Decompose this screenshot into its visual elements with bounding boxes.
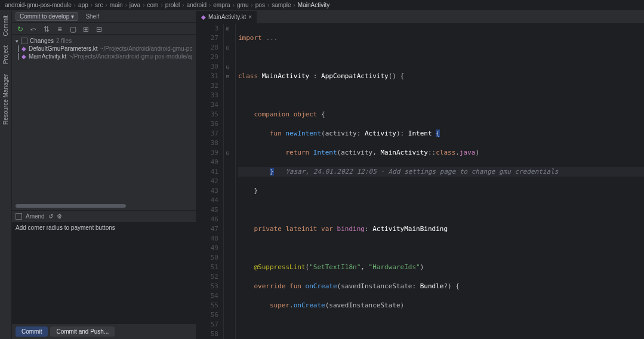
branch-select[interactable]: Commit to develop ▾ [16,12,78,21]
code-content[interactable]: import ... class MainActivity : AppCompa… [236,24,644,339]
checkbox-file[interactable] [18,53,19,60]
commit-message-input[interactable] [12,222,196,323]
rail-commit[interactable]: Commit [2,13,9,38]
kotlin-file-icon: ◆ [201,14,206,20]
amend-checkbox[interactable] [16,213,22,220]
gear-icon[interactable]: ⚙ [57,213,62,220]
file-path: ~/Projects/Android/android-gmu-pos-modul… [69,53,192,60]
crumb[interactable]: prolel [165,2,180,8]
rollback-icon[interactable]: ⤺ [29,24,38,34]
refresh-icon[interactable]: ↻ [16,24,25,34]
line-number-gutter: 3 27 28 29 30 31 32 33 34 35 36 37 38 39… [196,24,224,339]
commit-and-push-button[interactable]: Commit and Push... [50,326,115,337]
amend-label: Amend [26,213,45,220]
editor-tabs: ◆ MainActivity.kt × [196,11,644,24]
changes-tree: ▾ Changes 2 files ◆ DefaultGmuParameters… [12,35,196,63]
crumb[interactable]: com [147,2,159,8]
expand-icon[interactable]: ⊞ [81,24,91,34]
branch-select-label: Commit to develop [20,13,69,20]
crumb[interactable]: android [187,2,207,8]
tab-shelf[interactable]: Shelf [83,12,101,21]
changes-root[interactable]: ▾ Changes 2 files [16,37,192,45]
checkbox-root[interactable] [21,38,27,44]
collapse-icon[interactable]: ⊟ [94,24,104,34]
kotlin-file-icon: ◆ [21,53,26,60]
changes-label: Changes [30,38,54,44]
checkbox-file[interactable] [18,45,19,52]
crumb[interactable]: android-gmu-pos-module [5,2,72,8]
rail-project[interactable]: Project [2,43,9,66]
crumb[interactable]: empra [213,2,230,8]
commit-button[interactable]: Commit [16,326,48,337]
rail-resource-manager[interactable]: Resource Manager [2,72,9,127]
crumb[interactable]: java [130,2,140,8]
crumb[interactable]: MainActivity [298,2,329,8]
close-icon[interactable]: × [248,14,252,20]
commit-panel: Commit to develop ▾ Shelf ↻ ⤺ ⇅ ≡ ▢ ⊞ ⊟ … [12,11,196,339]
chevron-down-icon: ▾ [71,13,74,20]
changes-count: 2 files [56,38,72,44]
crumb[interactable]: src [95,2,103,8]
crumb[interactable]: pos [255,2,265,8]
editor-tab[interactable]: ◆ MainActivity.kt × [196,11,257,23]
changelist-icon[interactable]: ≡ [55,24,64,34]
changes-file[interactable]: ◆ DefaultGmuParameters.kt ~/Projects/And… [16,45,192,53]
history-icon[interactable]: ↺ [48,213,53,220]
crumb[interactable]: gmu [237,2,248,8]
inline-blame: Yasar, 24.01.2022 12:05 · Add settings p… [285,168,558,175]
tool-window-rail: Commit Project Resource Manager [0,11,12,339]
file-path: ~/Projects/Android/android-gmu-pos-modul… [100,45,192,52]
fold-gutter: ⊞ ⊟ ⊟ ⊟ ⊟ [224,24,236,339]
horizontal-scrollbar[interactable] [16,204,126,208]
editor-area: ◆ MainActivity.kt × 3 27 28 29 30 31 32 … [196,11,644,339]
file-name: DefaultGmuParameters.kt [29,45,98,52]
crumb[interactable]: main [110,2,123,8]
changes-file[interactable]: ◆ MainActivity.kt ~/Projects/Android/and… [16,53,192,60]
group-icon[interactable]: ▢ [68,24,78,34]
crumb[interactable]: sample [272,2,291,8]
code-editor[interactable]: 3 27 28 29 30 31 32 33 34 35 36 37 38 39… [196,24,644,339]
diff-icon[interactable]: ⇅ [42,24,51,34]
kotlin-file-icon: ◆ [21,45,26,52]
editor-tab-label: MainActivity.kt [208,14,246,20]
crumb[interactable]: app [78,2,88,8]
file-name: MainActivity.kt [29,53,66,60]
commit-toolbar: ↻ ⤺ ⇅ ≡ ▢ ⊞ ⊟ [12,23,196,35]
breadcrumb: android-gmu-pos-module› app› src› main› … [0,0,644,11]
